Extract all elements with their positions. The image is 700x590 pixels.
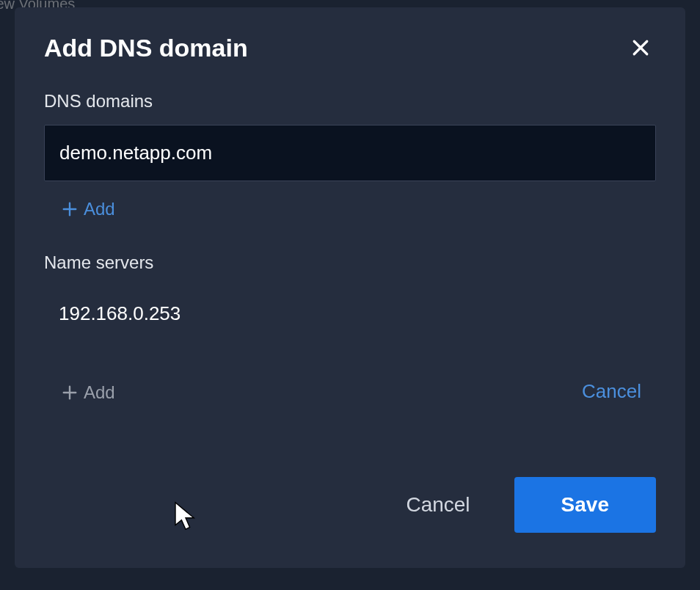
- name-server-cancel-button[interactable]: Cancel: [582, 380, 641, 403]
- name-servers-section: Name servers 192.168.0.253 Add: [44, 252, 656, 404]
- modal-title: Add DNS domain: [44, 34, 248, 62]
- close-icon: [630, 37, 652, 59]
- name-server-value: 192.168.0.253: [44, 286, 656, 341]
- dns-domains-section: DNS domains Add: [44, 91, 656, 220]
- add-dns-domain-button[interactable]: Add: [62, 199, 115, 219]
- add-dns-domain-modal: Add DNS domain DNS domains Add Name serv…: [15, 7, 685, 568]
- add-dns-domain-label: Add: [84, 199, 115, 219]
- name-servers-label: Name servers: [44, 252, 656, 273]
- cancel-button[interactable]: Cancel: [406, 493, 470, 517]
- dns-domains-label: DNS domains: [44, 91, 656, 112]
- modal-header: Add DNS domain: [44, 32, 656, 63]
- dns-domain-input[interactable]: [44, 125, 656, 181]
- modal-footer: Cancel Save: [406, 477, 656, 533]
- close-button[interactable]: [625, 32, 656, 63]
- add-name-server-button[interactable]: Add: [62, 382, 115, 403]
- plus-icon: [62, 385, 78, 401]
- save-button[interactable]: Save: [514, 477, 656, 533]
- add-name-server-label: Add: [84, 382, 115, 403]
- plus-icon: [62, 201, 78, 217]
